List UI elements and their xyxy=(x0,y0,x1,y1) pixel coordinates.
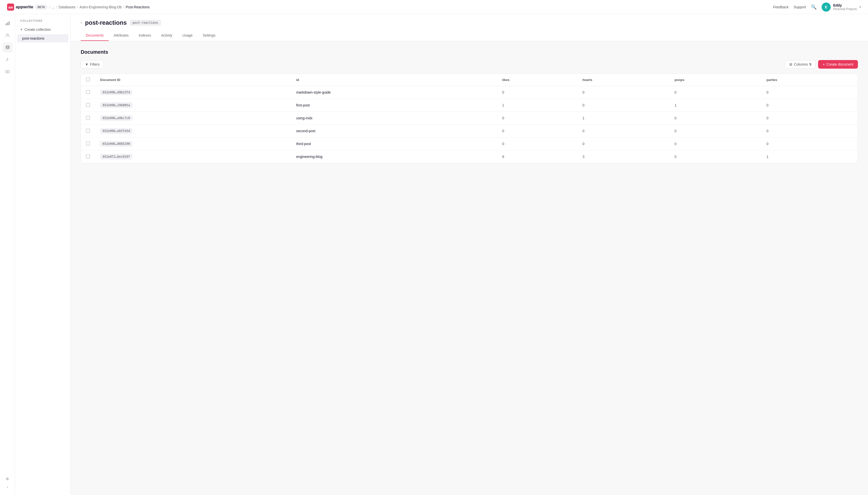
breadcrumb-ellipsis[interactable]: ... xyxy=(52,5,55,9)
sidebar-item-database[interactable] xyxy=(2,42,13,52)
row-doc-id[interactable]: 652e8f2…6ec019f xyxy=(95,150,291,163)
row-checkbox-input[interactable] xyxy=(86,90,90,94)
row-poops: 0 xyxy=(670,137,762,150)
row-slug: first-post xyxy=(291,99,497,112)
table-row[interactable]: 652e99b…eb5fe5d second-post 0 0 0 0 xyxy=(81,125,858,137)
collections-section-title: COLLECTIONS xyxy=(15,19,70,25)
user-section[interactable]: E Eddy Personal Projects ▾ xyxy=(821,2,861,12)
row-doc-id[interactable]: 652e99b…a9bc7c0 xyxy=(95,112,291,125)
row-poops: 1 xyxy=(670,99,762,112)
create-collection-button[interactable]: + Create collection xyxy=(15,25,70,34)
row-likes: 0 xyxy=(497,86,577,99)
icon-sidebar: ⚙ › xyxy=(0,14,15,495)
create-collection-label: Create collection xyxy=(24,28,51,32)
doc-id-badge: 652e99b…d9b23f4 xyxy=(100,89,132,95)
th-hearts: hearts xyxy=(578,74,670,86)
tab-activity[interactable]: Activity xyxy=(156,30,177,41)
row-checkbox-input[interactable] xyxy=(86,116,90,120)
row-checkbox[interactable] xyxy=(81,86,95,99)
documents-section: Documents ▼ Filters ⊞ Columns 5 + xyxy=(71,41,868,171)
row-checkbox[interactable] xyxy=(81,137,95,150)
back-button[interactable]: ‹ xyxy=(81,20,82,25)
chevron-down-icon: ▾ xyxy=(860,5,861,9)
row-checkbox-input[interactable] xyxy=(86,129,90,133)
expand-button[interactable]: › xyxy=(3,483,12,491)
svg-rect-2 xyxy=(5,23,6,25)
th-poops: poops xyxy=(670,74,762,86)
toolbar-left: ▼ Filters xyxy=(81,60,104,69)
table-body: 652e99b…d9b23f4 markdown-style-guide 0 0… xyxy=(81,86,858,163)
breadcrumb-sep-4: / xyxy=(123,5,124,9)
sidebar-item-analytics[interactable] xyxy=(2,18,13,28)
doc-id-badge: 652e99b…0885290 xyxy=(100,141,132,147)
row-parties: 0 xyxy=(761,99,858,112)
table-row[interactable]: 652e99b…0885290 third-post 0 0 0 0 xyxy=(81,137,858,150)
sidebar-item-auth[interactable] xyxy=(2,30,13,40)
row-likes: 1 xyxy=(497,99,577,112)
row-doc-id[interactable]: 652e99b…0885290 xyxy=(95,137,291,150)
tab-attributes[interactable]: Attributes xyxy=(109,30,134,41)
row-doc-id[interactable]: 652e99b…eb5fe5d xyxy=(95,125,291,137)
breadcrumb-sep-2: / xyxy=(56,5,57,9)
breadcrumb-sep-3: / xyxy=(77,5,78,9)
row-likes: 0 xyxy=(497,137,577,150)
svg-point-6 xyxy=(6,46,9,47)
svg-rect-7 xyxy=(6,70,9,73)
row-doc-id[interactable]: 652e99b…19b005a xyxy=(95,99,291,112)
breadcrumb-collection: Post-Reactions xyxy=(126,5,150,9)
tab-indexes[interactable]: Indexes xyxy=(134,30,156,41)
columns-button[interactable]: ⊞ Columns 5 xyxy=(785,60,816,69)
row-checkbox[interactable] xyxy=(81,150,95,163)
tab-settings[interactable]: Settings xyxy=(198,30,221,41)
row-hearts: 1 xyxy=(578,112,670,125)
search-button[interactable]: 🔍 xyxy=(811,4,817,10)
header-checkbox[interactable] xyxy=(86,78,90,82)
row-checkbox[interactable] xyxy=(81,99,95,112)
tab-usage[interactable]: Usage xyxy=(177,30,197,41)
table-row[interactable]: 652e99b…d9b23f4 markdown-style-guide 0 0… xyxy=(81,86,858,99)
columns-icon: ⊞ xyxy=(789,62,792,66)
row-poops: 0 xyxy=(670,150,762,163)
th-id: id xyxy=(291,74,497,86)
row-parties: 0 xyxy=(761,86,858,99)
row-checkbox-input[interactable] xyxy=(86,154,90,158)
sidebar-item-storage[interactable] xyxy=(2,67,13,77)
toolbar-right: ⊞ Columns 5 + Create document xyxy=(785,60,858,69)
breadcrumb-databases[interactable]: Databases xyxy=(59,5,76,9)
collection-item-post-reactions[interactable]: post-reactions xyxy=(17,34,68,42)
row-likes: 0 xyxy=(497,125,577,137)
row-checkbox[interactable] xyxy=(81,112,95,125)
beta-badge: BETA xyxy=(35,5,47,9)
table-row[interactable]: 652e8f2…6ec019f engineering-blog 6 3 0 1 xyxy=(81,150,858,163)
row-checkbox-input[interactable] xyxy=(86,141,90,146)
documents-section-title: Documents xyxy=(81,49,858,55)
logo-text: appwrite xyxy=(16,4,33,10)
sidebar-item-functions[interactable] xyxy=(2,54,13,65)
user-org: Personal Projects xyxy=(833,7,857,11)
row-checkbox-input[interactable] xyxy=(86,103,90,107)
row-poops: 0 xyxy=(670,112,762,125)
settings-button[interactable]: ⚙ xyxy=(3,475,12,483)
row-doc-id[interactable]: 652e99b…d9b23f4 xyxy=(95,86,291,99)
th-likes: likes xyxy=(497,74,577,86)
table-row[interactable]: 652e99b…19b005a first-post 1 0 1 0 xyxy=(81,99,858,112)
th-checkbox xyxy=(81,74,95,86)
row-hearts: 0 xyxy=(578,86,670,99)
table-row[interactable]: 652e99b…a9bc7c0 using-mdx 0 1 0 0 xyxy=(81,112,858,125)
feedback-link[interactable]: Feedback xyxy=(773,5,788,9)
tab-documents[interactable]: Documents xyxy=(81,30,109,41)
row-poops: 0 xyxy=(670,125,762,137)
support-link[interactable]: Support xyxy=(794,5,806,9)
row-parties: 0 xyxy=(761,137,858,150)
breadcrumb-db[interactable]: Astro-Engineering-Blog-Db xyxy=(79,5,122,9)
row-hearts: 0 xyxy=(578,125,670,137)
breadcrumb-sep-1: / xyxy=(49,5,50,9)
row-slug: using-mdx xyxy=(291,112,497,125)
create-document-button[interactable]: + Create document xyxy=(818,60,858,69)
collections-sidebar: COLLECTIONS + Create collection post-rea… xyxy=(15,14,71,495)
appwrite-logo[interactable]: aw appwrite xyxy=(7,3,33,11)
svg-text:aw: aw xyxy=(8,5,13,9)
row-checkbox[interactable] xyxy=(81,125,95,137)
filter-button[interactable]: ▼ Filters xyxy=(81,60,104,69)
row-parties: 0 xyxy=(761,112,858,125)
